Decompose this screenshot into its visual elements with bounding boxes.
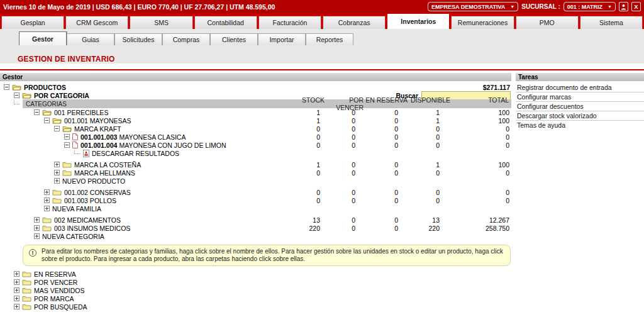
row-values: 1001100: [287, 109, 511, 116]
expand-toggle[interactable]: [14, 304, 19, 309]
collapse-toggle[interactable]: [54, 126, 60, 131]
expand-toggle[interactable]: [54, 170, 60, 175]
tree-row-001-001-mayonesas[interactable]: 001.001 MAYONESAS1001100: [0, 116, 511, 125]
tree-label[interactable]: MAS VENDIDOS: [34, 287, 85, 294]
tree-label[interactable]: 002 MEDICAMENTOS: [54, 216, 121, 224]
main-tab-sms[interactable]: SMS: [130, 16, 192, 29]
tree-row-por-vencer[interactable]: POR VENCER: [0, 278, 511, 286]
tree-row-mayonesa-clasica[interactable]: 001.001.003MAYONESA CLASICA00000: [0, 133, 511, 141]
main-tab-pmo[interactable]: PMO: [516, 16, 579, 29]
value-total: 0: [452, 197, 511, 204]
products-total-value: $271.117: [483, 84, 511, 91]
expand-toggle[interactable]: [44, 206, 50, 211]
tree-row-001-002-conservas[interactable]: 001.002 CONSERVAS00000: [0, 188, 511, 196]
tree-row-nuevo-producto[interactable]: NUEVO PRODUCTO: [0, 177, 511, 185]
task-configurar-marcas[interactable]: Configurar marcas: [516, 92, 644, 102]
value-en-reserva: 0: [365, 161, 409, 169]
product-code: 001.001.004: [80, 142, 117, 149]
tree-label[interactable]: NUEVA FAMILIA: [52, 205, 101, 213]
tree-label[interactable]: MAYONESA CON JUGO DE LIMON: [119, 142, 226, 149]
tree-row-por-marca[interactable]: POR MARCA: [0, 294, 511, 303]
tree-label[interactable]: POR VENCER: [34, 279, 77, 286]
main-tab-cobranzas[interactable]: Cobranzas: [323, 16, 386, 29]
user-button[interactable]: [619, 2, 628, 11]
company-selector[interactable]: EMPRESA DEMOSTRATIVA ▼: [428, 2, 518, 11]
main-tab-crm-gescom[interactable]: CRM Gescom: [65, 16, 128, 29]
main-tab-sistema[interactable]: Sistema: [580, 16, 643, 29]
sub-tab-reportes[interactable]: Reportes: [306, 33, 353, 45]
collapse-toggle[interactable]: [34, 109, 40, 115]
expand-toggle[interactable]: [34, 217, 40, 223]
tree-row-productos[interactable]: PRODUCTOS $271.117: [0, 83, 511, 91]
tree-row-marca-kraft[interactable]: MARCA KRAFT00000: [0, 125, 511, 133]
collapse-toggle[interactable]: [44, 118, 50, 123]
tree-label[interactable]: MARCA HELLMANS: [74, 169, 135, 177]
close-button[interactable]: X: [631, 2, 641, 11]
tree-label[interactable]: 001 PERECIBLES: [54, 109, 108, 116]
sub-tab-compras[interactable]: Compras: [162, 33, 210, 45]
main-tab-facturaci-n[interactable]: Facturación: [258, 16, 321, 29]
expand-toggle[interactable]: [44, 189, 50, 195]
sub-tab-solicitudes[interactable]: Solicitudes: [114, 33, 162, 45]
tree-label[interactable]: MAYONESA CLASICA: [119, 133, 186, 141]
tree-row-001-003-pollos[interactable]: 001.003 POLLOS00000: [0, 196, 511, 204]
tree-row-nueva-familia[interactable]: NUEVA FAMILIA: [0, 204, 511, 213]
main-tab-gesplan[interactable]: Gesplan: [1, 16, 64, 29]
sub-tab-guias[interactable]: Guias: [67, 33, 114, 45]
main-tab-inventarios[interactable]: Inventarios: [387, 13, 450, 29]
sub-tab-gestor[interactable]: Gestor: [19, 31, 67, 45]
tree-row-001-perecibles[interactable]: 001 PERECIBLES1001100: [0, 108, 511, 116]
collapse-toggle[interactable]: [14, 92, 19, 98]
expand-toggle[interactable]: [34, 225, 40, 231]
tree-label[interactable]: NUEVO PRODUCTO: [62, 177, 125, 185]
tree-label[interactable]: POR MARCA: [34, 295, 74, 303]
tree-label[interactable]: POR CATEGORIA: [34, 92, 89, 99]
collapse-toggle[interactable]: [64, 134, 70, 140]
tree-row-003-insumos-medicos[interactable]: 003 INSUMOS MEDICOS22000220258.750: [0, 224, 511, 232]
collapse-toggle[interactable]: [4, 84, 9, 90]
main-tab-remuneraciones[interactable]: Remuneraciones: [451, 16, 514, 29]
tree-label[interactable]: EN RESERVA: [34, 270, 76, 278]
tree-label[interactable]: 001.001 MAYONESAS: [64, 117, 131, 125]
row-values: 00000: [287, 197, 511, 204]
expand-toggle[interactable]: [34, 233, 40, 239]
inventory-tree: PRODUCTOS $271.117 POR CATEGORIA Buscar: [0, 83, 511, 240]
expand-toggle[interactable]: [54, 178, 60, 184]
tree-row-por-busqueda[interactable]: POR BUSQUEDA: [0, 303, 511, 311]
expand-toggle[interactable]: [44, 197, 50, 203]
main-tab-contabilidad[interactable]: Contabilidad: [194, 16, 257, 29]
tree-label[interactable]: 003 INSUMOS MEDICOS: [54, 225, 130, 232]
tree-row-002-medicamentos[interactable]: 002 MEDICAMENTOS13001312.267: [0, 216, 511, 224]
tree-row-mas-vendidos[interactable]: MAS VENDIDOS: [0, 286, 511, 294]
sub-tab-clientes[interactable]: Clientes: [210, 33, 258, 45]
task-registrar-documento-de-entrada[interactable]: Registrar documento de entrada: [516, 83, 644, 92]
tree-label[interactable]: MARCA LA COSTEÑA: [74, 161, 141, 169]
tree-label[interactable]: MARCA KRAFT: [74, 125, 121, 133]
tree-row-nueva-categoria[interactable]: NUEVA CATEGORIA: [0, 232, 511, 240]
task-descargar-stock-valorizado[interactable]: Descargar stock valorizado: [516, 111, 644, 121]
tree-label[interactable]: PRODUCTOS: [24, 84, 66, 91]
expand-toggle[interactable]: [14, 296, 19, 301]
tree-label[interactable]: 001.002 CONSERVAS: [64, 189, 131, 196]
value-disponible: 0: [409, 142, 452, 149]
tree-label[interactable]: DESCARGAR RESULTADOS: [92, 150, 179, 157]
tree-row-marca-la-coste-a[interactable]: MARCA LA COSTEÑA1001100: [0, 160, 511, 169]
tree-label[interactable]: 001.003 POLLOS: [64, 197, 116, 204]
tree-row-mayonesa-con-jugo-de-limon[interactable]: 001.001.004MAYONESA CON JUGO DE LIMON000…: [0, 141, 511, 149]
tree-row-marca-hellmans[interactable]: MARCA HELLMANS00000: [0, 169, 511, 177]
tree-label[interactable]: NUEVA CATEGORIA: [42, 233, 104, 240]
sub-tab-importar[interactable]: Importar: [258, 33, 306, 45]
page-title: GESTION DE INVENTARIO: [18, 55, 644, 64]
branch-selector[interactable]: 001 : MATRIZ ▼: [564, 2, 616, 11]
collapse-toggle[interactable]: [64, 142, 70, 148]
tree-row-descargar-resultados[interactable]: DESCARGAR RESULTADOS: [0, 149, 511, 157]
tree-row-en-reserva[interactable]: EN RESERVA: [0, 270, 511, 278]
expand-toggle[interactable]: [54, 162, 60, 167]
tree-label[interactable]: POR BUSQUEDA: [34, 303, 87, 311]
expand-toggle[interactable]: [14, 287, 19, 293]
column-gap: [511, 73, 516, 311]
expand-toggle[interactable]: [14, 271, 19, 277]
task-configurar-descuentos[interactable]: Configurar descuentos: [516, 102, 644, 111]
expand-toggle[interactable]: [14, 279, 19, 285]
task-temas-de-ayuda[interactable]: Temas de ayuda: [516, 121, 644, 130]
